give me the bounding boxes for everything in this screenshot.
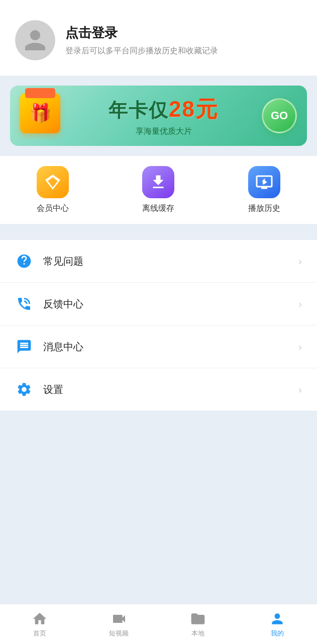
faq-chevron: › [298,256,302,267]
quick-item-download[interactable]: 离线缓存 [142,166,174,214]
diamond-icon [44,173,62,191]
settings-chevron: › [298,384,302,395]
banner-left [20,93,65,138]
messages-chevron: › [298,341,302,353]
faq-icon [15,252,33,270]
banner-price: 28元 [169,97,219,121]
banner-sub-text: 享海量优质大片 [136,126,192,137]
history-icon-bg [248,166,280,198]
vip-banner[interactable]: 年卡仅28元 享海量优质大片 GO [10,86,307,146]
quick-item-vip[interactable]: 会员中心 [37,166,69,214]
settings-label: 设置 [43,383,288,396]
download-icon-bg [142,166,174,198]
login-title: 点击登录 [65,24,218,42]
feedback-chevron: › [298,298,302,310]
quick-item-history[interactable]: 播放历史 [248,166,280,214]
bottom-nav: 首页 短视频 本地 我的 [0,604,317,644]
menu-item-feedback[interactable]: 反馈中心 › [0,283,317,326]
menu-item-messages[interactable]: 消息中心 › [0,326,317,368]
nav-item-home[interactable]: 首页 [0,611,79,638]
feedback-label: 反馈中心 [43,297,288,311]
banner-go-button[interactable]: GO [262,98,297,133]
play-history-icon [255,173,273,191]
settings-icon [15,380,33,398]
vip-label: 会员中心 [37,203,69,214]
nav-item-shorts[interactable]: 短视频 [79,611,159,638]
profile-text: 点击登录 登录后可以多平台同步播放历史和收藏记录 [65,24,218,56]
mine-icon [269,611,285,627]
local-icon [190,611,206,627]
mine-nav-label: 我的 [271,629,284,638]
menu-item-faq[interactable]: 常见问题 › [0,240,317,283]
avatar [15,20,55,60]
login-subtitle: 登录后可以多平台同步播放历史和收藏记录 [65,46,218,56]
download-label: 离线缓存 [142,203,174,214]
history-label: 播放历史 [248,203,280,214]
banner-center: 年卡仅28元 享海量优质大片 [65,95,262,137]
nav-item-mine[interactable]: 我的 [238,611,317,638]
shorts-nav-label: 短视频 [109,629,129,638]
shorts-icon [111,611,127,627]
gift-box-icon [20,93,65,138]
faq-label: 常见问题 [43,255,288,268]
messages-icon [15,338,33,356]
download-icon [149,173,167,191]
menu-list: 常见问题 › 反馈中心 › 消息中心 › [0,240,317,411]
banner-main-text: 年卡仅28元 [109,95,219,124]
banner-section: 年卡仅28元 享海量优质大片 GO [0,75,317,156]
profile-section[interactable]: 点击登录 登录后可以多平台同步播放历史和收藏记录 [0,0,317,75]
messages-label: 消息中心 [43,340,288,354]
vip-icon-bg [37,166,69,198]
home-nav-label: 首页 [33,629,46,638]
feedback-icon [15,295,33,313]
home-icon [32,611,48,627]
quick-menu: 会员中心 离线缓存 播放历史 [0,156,317,224]
nav-item-local[interactable]: 本地 [159,611,238,638]
local-nav-label: 本地 [191,629,204,638]
menu-item-settings[interactable]: 设置 › [0,368,317,411]
